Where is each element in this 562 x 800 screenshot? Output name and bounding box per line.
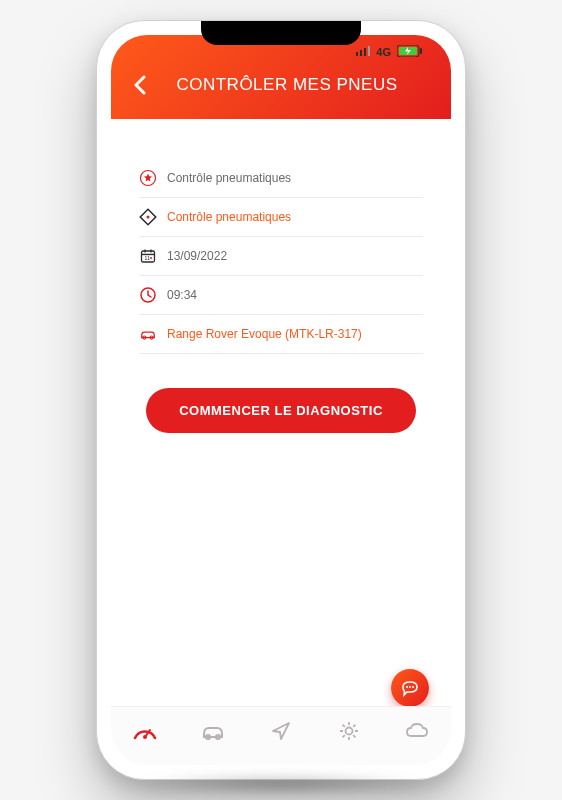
row-vehicle[interactable]: Range Rover Evoque (MTK-LR-317) <box>139 315 423 354</box>
svg-point-15 <box>150 257 152 259</box>
svg-rect-0 <box>356 52 358 56</box>
back-button[interactable] <box>131 76 149 94</box>
gear-icon <box>338 720 360 742</box>
time-text: 09:34 <box>167 288 197 302</box>
svg-point-9 <box>147 216 150 219</box>
row-date: 11 13/09/2022 <box>139 237 423 276</box>
svg-rect-1 <box>360 50 362 56</box>
svg-line-33 <box>343 735 345 737</box>
svg-point-21 <box>412 686 414 688</box>
row-control-title: Contrôle pneumatiques <box>139 159 423 198</box>
diamond-icon <box>139 208 157 226</box>
svg-point-26 <box>346 728 353 735</box>
car-nav-icon <box>199 722 227 740</box>
nav-locate[interactable] <box>267 717 295 745</box>
svg-point-19 <box>406 686 408 688</box>
battery-icon <box>397 45 423 59</box>
svg-text:11: 11 <box>145 255 151 261</box>
control-title-text: Contrôle pneumatiques <box>167 171 291 185</box>
date-text: 13/09/2022 <box>167 249 227 263</box>
svg-line-34 <box>353 725 355 727</box>
gauge-icon <box>132 720 158 742</box>
nav-vehicle[interactable] <box>199 717 227 745</box>
nav-settings[interactable] <box>335 717 363 745</box>
svg-rect-6 <box>420 48 422 54</box>
status-bar: 4G <box>111 45 451 59</box>
chat-icon <box>399 677 421 699</box>
row-control-type[interactable]: Contrôle pneumatiques <box>139 198 423 237</box>
navigate-icon <box>270 720 292 742</box>
row-time: 09:34 <box>139 276 423 315</box>
signal-icon <box>356 46 370 58</box>
svg-rect-2 <box>364 48 366 56</box>
car-icon <box>139 325 157 343</box>
chat-fab[interactable] <box>391 669 429 707</box>
cta-label: COMMENCER LE DIAGNOSTIC <box>179 403 383 418</box>
app-header: 4G CONTRÔLER MES PNEUS <box>111 35 451 119</box>
start-diagnostic-button[interactable]: COMMENCER LE DIAGNOSTIC <box>146 388 416 433</box>
svg-rect-3 <box>368 46 370 56</box>
cloud-icon <box>404 721 430 741</box>
control-type-text: Contrôle pneumatiques <box>167 210 291 224</box>
svg-point-20 <box>409 686 411 688</box>
nav-dashboard[interactable] <box>131 717 159 745</box>
clock-icon <box>139 286 157 304</box>
svg-line-31 <box>343 725 345 727</box>
star-circle-icon <box>139 169 157 187</box>
bottom-nav <box>111 706 451 765</box>
nav-cloud[interactable] <box>403 717 431 745</box>
svg-line-32 <box>353 735 355 737</box>
calendar-icon: 11 <box>139 247 157 265</box>
vehicle-text: Range Rover Evoque (MTK-LR-317) <box>167 327 362 341</box>
network-label: 4G <box>376 46 391 58</box>
page-title: CONTRÔLER MES PNEUS <box>161 75 413 95</box>
content-area: Contrôle pneumatiques Contrôle pneumatiq… <box>111 119 451 706</box>
